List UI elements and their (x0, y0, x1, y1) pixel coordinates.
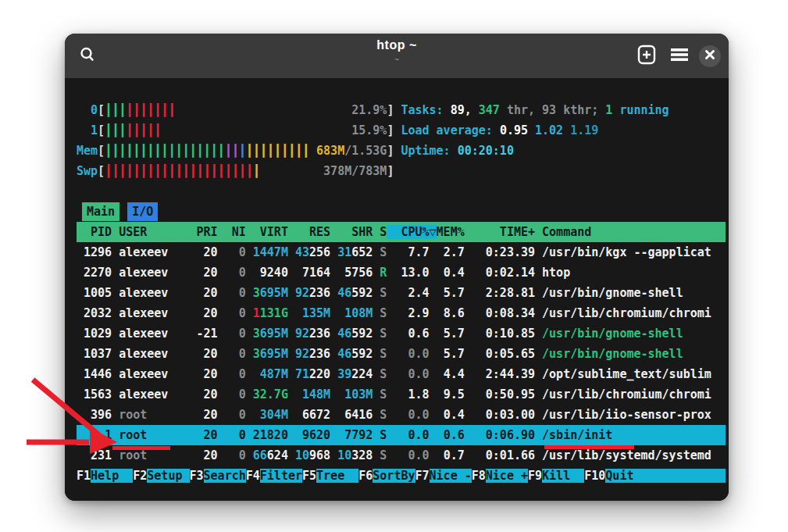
cell-virt: 3 (253, 327, 260, 341)
cell-res: 92 (295, 286, 309, 300)
summary-text: Load average: (401, 123, 499, 137)
cell-pri: 20 (204, 387, 218, 402)
process-row[interactable]: 2032 alexeev 20 0 1131G 135M 108M S 2.9 … (77, 303, 726, 323)
process-row[interactable]: 1029 alexeev -21 0 3695M 92236 46592 S 0… (77, 323, 726, 344)
column-header-shr[interactable]: SHR (337, 225, 373, 239)
cell-pri: 20 (204, 428, 218, 442)
fnkey-setup[interactable]: Setup (147, 469, 189, 483)
cell-time: 0:01.66 (486, 448, 535, 462)
cell-pri: 20 (204, 286, 218, 300)
cell-shr: 224 (351, 367, 373, 381)
process-row[interactable]: 396 root 20 0 304M 6672 6416 S 0.0 0.4 0… (77, 405, 726, 425)
meter-bars: ┃ (253, 164, 260, 178)
search-icon (79, 46, 96, 66)
cell-ni: 0 (239, 428, 246, 442)
column-header-pid[interactable]: PID (77, 225, 112, 239)
new-tab-button[interactable] (633, 43, 660, 70)
fnkey-tree[interactable]: Tree (316, 469, 358, 483)
screen-tabs: MainI/O (77, 202, 729, 222)
cell-cpu: 2.4 (408, 286, 429, 300)
cell-cpu: 7.7 (408, 245, 429, 259)
cell-cpu: 0.0 (408, 347, 429, 361)
process-row[interactable]: 1005 alexeev 20 0 3695M 92236 46592 S 2.… (77, 283, 726, 303)
summary-text: 00:20:10 (458, 144, 514, 158)
summary-text (563, 123, 570, 137)
process-row[interactable]: 1037 alexeev 20 0 3695M 92236 46592 S 0.… (77, 344, 726, 364)
meter-bars: ┃┃┃┃┃┃┃┃┃ (246, 144, 309, 158)
process-row[interactable]: 1563 alexeev 20 0 32.7G 148M 103M S 1.8 … (77, 384, 726, 405)
meter-0: 0[┃┃┃┃┃┃┃┃┃┃ 21.9%] Tasks: 89, 347 thr, … (77, 100, 726, 120)
cell-shr: 328 (351, 448, 373, 462)
fnkey-help[interactable]: Help (91, 469, 133, 483)
htop-terminal: 0[┃┃┃┃┃┃┃┃┃┃ 21.9%] Tasks: 89, 347 thr, … (65, 78, 729, 501)
fnkey-label: F6 (358, 469, 373, 483)
column-header-pri[interactable]: PRI (197, 225, 218, 239)
column-header-user[interactable]: USER (119, 225, 189, 239)
column-header-res[interactable]: RES (295, 225, 330, 239)
process-row[interactable]: 2270 alexeev 20 0 9240 7164 5756 R 13.0 … (77, 262, 726, 283)
cell-pri: 20 (204, 448, 218, 462)
cell-cpu: 0.0 (408, 428, 429, 442)
cell-cpu: 13.0 (401, 266, 429, 280)
cell-pid: 231 (91, 448, 112, 462)
cell-res: 968 (309, 448, 330, 462)
meter-1: 1[┃┃┃┃┃┃┃┃ 15.9%] Load average: 0.95 1.0… (77, 120, 726, 141)
cell-mem: 5.7 (444, 286, 465, 300)
cell-mem: 0.7 (444, 448, 465, 462)
cell-mem: 0.6 (444, 428, 465, 442)
cell-mem: 8.6 (444, 306, 465, 320)
meter-mem: Mem[┃┃┃┃┃┃┃┃┃┃┃┃┃┃┃┃┃┃┃┃┃┃┃┃┃┃┃┃┃ 683M/1… (77, 141, 726, 161)
cell-cmd: /sbin/init (542, 428, 612, 442)
cell-mem: 0.4 (444, 408, 465, 422)
close-button[interactable] (699, 45, 721, 67)
cell-shr: 592 (351, 327, 373, 341)
cell-shr: 592 (351, 286, 373, 300)
meter-swp: Swp[┃┃┃┃┃┃┃┃┃┃┃┃┃┃┃┃┃┃┃┃┃┃ 378M/783M] (77, 161, 726, 181)
tab-io[interactable]: I/O (127, 202, 158, 221)
tab-main[interactable]: Main (82, 202, 119, 221)
process-row[interactable]: 1446 alexeev 20 0 487M 71220 39224 S 0.0… (77, 364, 726, 384)
fnkey-sortby[interactable]: SortBy (373, 469, 415, 483)
cell-shr: 46 (337, 286, 351, 300)
cell-user: alexeev (119, 286, 168, 300)
summary-text: thr (500, 103, 528, 117)
column-header-cmd[interactable]: Command (542, 225, 726, 239)
meter-bars: ┃┃┃ (105, 103, 126, 117)
new-tab-icon (637, 45, 656, 68)
summary-text (528, 123, 535, 137)
cell-pid: 2032 (84, 306, 112, 320)
cell-user: alexeev (119, 266, 168, 280)
cell-mem: 2.7 (444, 245, 465, 259)
fnkey-kill[interactable]: Kill (542, 469, 584, 483)
menu-button[interactable] (666, 43, 693, 70)
process-row-selected[interactable]: 1 root 20 0 21820 9620 7792 S 0.0 0.6 0:… (77, 425, 726, 445)
meter-label: Swp (77, 164, 98, 178)
cell-ni: 0 (239, 327, 246, 341)
meter-label: 1 (77, 123, 98, 137)
search-button[interactable] (74, 43, 101, 70)
cell-mem: 5.7 (444, 347, 465, 361)
cell-shr: 5756 (344, 266, 373, 280)
column-header-cpu[interactable]: CPU% (401, 225, 429, 239)
fnkey-nice-[interactable]: Nice - (430, 469, 472, 483)
titlebar: htop ~ ~ (65, 34, 729, 78)
column-header-mem[interactable]: MEM% (437, 225, 465, 239)
cell-ni: 0 (239, 286, 246, 300)
cell-mem: 4.4 (444, 367, 465, 381)
cell-cmd: /usr/bin/kgx --gapplicat (542, 245, 711, 259)
cell-pid: 1296 (84, 245, 112, 259)
fnkey-quit[interactable]: Quit (605, 469, 647, 483)
cell-cpu: 2.9 (408, 306, 429, 320)
cell-user: root (119, 408, 147, 422)
column-header-time[interactable]: TIME+ (472, 225, 535, 239)
process-row[interactable]: 231 root 20 0 66624 10968 10328 S 0.0 0.… (77, 445, 726, 466)
cell-shr: 7792 (344, 428, 373, 442)
fnkey-nice+[interactable]: Nice + (486, 469, 528, 483)
column-header-virt[interactable]: VIRT (253, 225, 288, 239)
fnkey-filter[interactable]: Filter (260, 469, 302, 483)
process-row[interactable]: 1296 alexeev 20 0 1447M 43256 31652 S 7.… (77, 242, 726, 262)
cell-pid: 1037 (84, 347, 112, 361)
column-header-ni[interactable]: NI (225, 225, 246, 239)
fnkey-search[interactable]: Search (204, 469, 246, 483)
cell-res: 236 (309, 347, 330, 361)
